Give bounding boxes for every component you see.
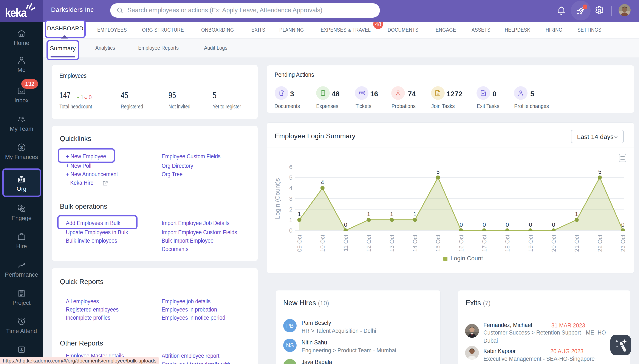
svg-text:12 Oct: 12 Oct [366,235,372,252]
svg-text:13 Oct: 13 Oct [389,235,395,252]
svg-text:1: 1 [367,211,370,217]
svg-text:$: $ [21,348,23,352]
svg-text:4: 4 [321,179,324,186]
svg-text:Login Count: Login Count [450,255,483,262]
svg-text:16 Oct: 16 Oct [458,235,465,252]
svg-text:keka: keka [5,6,27,19]
svg-text:0: 0 [529,222,532,228]
svg-text:5: 5 [436,169,439,175]
svg-text:20 Oct: 20 Oct [550,235,557,252]
svg-text:4: 4 [289,185,292,192]
svg-text:19 Oct: 19 Oct [527,235,534,252]
svg-text:3: 3 [289,195,292,202]
svg-text:0: 0 [505,222,509,228]
svg-text:5: 5 [598,169,601,175]
svg-text:1: 1 [298,211,301,217]
svg-text:1: 1 [413,211,416,217]
svg-text:1: 1 [390,211,393,217]
svg-text:14 Oct: 14 Oct [412,235,418,252]
svg-text:15 Oct: 15 Oct [435,235,441,252]
svg-text:1: 1 [575,211,578,217]
svg-text:0: 0 [459,222,463,228]
svg-text:5: 5 [289,174,292,181]
svg-text:11 Oct: 11 Oct [343,235,349,252]
svg-text:1: 1 [289,217,292,223]
svg-text:$: $ [20,145,23,150]
svg-text:23 Oct: 23 Oct [620,235,626,252]
svg-text:2: 2 [289,206,292,213]
svg-text:21 Oct: 21 Oct [573,235,580,252]
svg-text:0: 0 [289,227,292,234]
svg-text:0: 0 [344,222,347,228]
svg-text:18 Oct: 18 Oct [504,235,511,252]
svg-text:0: 0 [552,222,555,228]
svg-text:0: 0 [482,222,486,228]
svg-text:Login (Count)s: Login (Count)s [274,178,281,219]
svg-text:0: 0 [621,222,624,228]
svg-text:17 Oct: 17 Oct [481,235,488,252]
svg-text:09 Oct: 09 Oct [296,235,303,252]
svg-text:6: 6 [289,164,292,170]
svg-text:10 Oct: 10 Oct [319,235,326,252]
svg-text:22 Oct: 22 Oct [597,235,603,252]
